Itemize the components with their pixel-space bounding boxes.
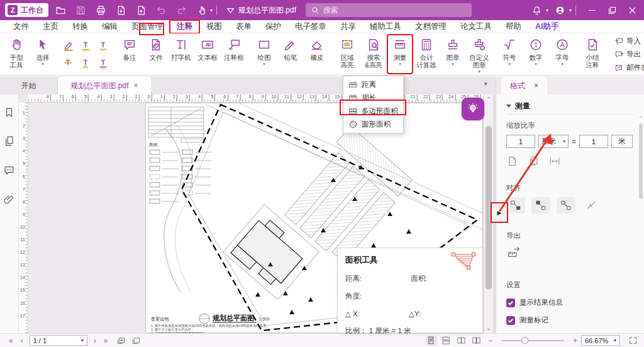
menu-item-8[interactable]: 保护 <box>258 20 288 33</box>
new-document-icon[interactable] <box>133 2 149 18</box>
workspace-button[interactable]: Z 工作台 <box>5 3 48 17</box>
menu-item-11[interactable]: 辅助工具 <box>363 20 408 33</box>
notifications-icon[interactable] <box>529 2 545 18</box>
menu-item-9[interactable]: 电子签章 <box>288 20 333 33</box>
panel-expand-button[interactable]: ▶ <box>491 203 508 222</box>
book-view-icon[interactable] <box>471 336 482 346</box>
comments-panel-icon[interactable] <box>3 164 16 176</box>
menu-item-13[interactable]: 论文工具 <box>453 20 499 33</box>
width-measure-icon[interactable] <box>549 156 560 167</box>
minimize-button[interactable] <box>584 2 600 18</box>
scroll-up-icon[interactable]: ⌃ <box>484 96 494 102</box>
search-box[interactable] <box>306 3 472 17</box>
restore-button[interactable] <box>604 2 620 18</box>
ribbon-tool-highlight-text[interactable] <box>60 37 77 54</box>
ribbon-tool-summary[interactable]: 小结 注释 <box>580 35 605 74</box>
snap-path-button[interactable] <box>557 197 575 213</box>
ribbon-tool-areahl[interactable]: 区域 高亮 <box>335 35 360 74</box>
tab-list-caret-icon[interactable]: ▾ <box>484 81 487 87</box>
format-tab-close-icon[interactable]: × <box>534 81 538 90</box>
zoom-in-icon[interactable]: + <box>569 336 581 345</box>
ribbon-tool-draw[interactable]: 绘图▾ <box>252 35 277 74</box>
account-caret-icon[interactable]: ▾ <box>569 8 572 13</box>
menu-item-1[interactable]: 主页 <box>36 20 65 33</box>
zoom-slider-knob[interactable] <box>521 337 528 344</box>
ribbon-tool-hand[interactable]: 手型 工具 <box>4 35 29 74</box>
new-window-icon[interactable] <box>115 336 126 346</box>
ribbon-tool-export[interactable]: 导出▾ <box>611 48 644 60</box>
menu-item-12[interactable]: 文档管理 <box>408 20 453 33</box>
panel-scrollbar[interactable]: ⌃ ⌄ <box>638 116 643 347</box>
menu-item-14[interactable]: 帮助 <box>499 20 528 33</box>
checkbox-checked-icon[interactable] <box>506 316 515 325</box>
snap-intersection-button[interactable] <box>582 197 601 213</box>
page-number-box[interactable]: 1 / 1 ▾ <box>30 335 87 346</box>
zoom-slider[interactable] <box>501 340 564 341</box>
scale-to-value-input[interactable] <box>579 135 608 148</box>
two-page-view-icon[interactable] <box>456 336 467 346</box>
save-icon[interactable] <box>72 2 89 18</box>
open-file-icon[interactable] <box>52 2 69 18</box>
account-avatar[interactable] <box>552 2 569 18</box>
doc-menu-icon[interactable] <box>225 2 236 18</box>
ribbon-tool-fileattach[interactable]: 文件 <box>143 35 169 74</box>
menu-item-0[interactable]: 文件 <box>6 20 36 33</box>
touch-mode-icon[interactable] <box>193 2 209 18</box>
menu-item-7[interactable]: 表单 <box>229 20 258 33</box>
export-measurements-button[interactable] <box>506 246 521 259</box>
ribbon-tool-underline-text[interactable]: T <box>78 37 94 54</box>
search-input[interactable] <box>323 6 449 14</box>
ribbon-tool-textbox[interactable]: A文本框 <box>195 35 220 74</box>
ribbon-tool-calc[interactable]: 会计 计算器 <box>414 35 439 74</box>
close-button[interactable] <box>624 2 640 18</box>
undo-icon[interactable] <box>153 2 169 18</box>
scroll-down-icon[interactable]: ⌄ <box>484 326 494 331</box>
ribbon-tool-replace-text[interactable]: T <box>96 55 112 71</box>
scale-to-unit-box[interactable]: 米 <box>611 135 633 148</box>
ribbon-tool-measure[interactable]: 测量▾ <box>387 35 413 74</box>
ribbon-tool-searchhl[interactable]: 搜索 &高亮 <box>361 35 386 74</box>
ribbon-collapse-icon[interactable]: ⌃ <box>635 65 640 72</box>
zoom-out-icon[interactable]: − <box>484 336 496 345</box>
measure-menu-item-0[interactable]: 距离 <box>343 78 403 91</box>
tab-close-icon[interactable]: × <box>134 81 138 90</box>
snap-endpoint-button[interactable] <box>506 197 525 213</box>
fullscreen-icon[interactable] <box>627 336 638 346</box>
scale-from-value-input[interactable] <box>506 135 535 148</box>
tab-format[interactable]: 格式 × <box>501 77 547 94</box>
ribbon-tool-squiggly-text[interactable]: T <box>96 37 112 54</box>
scale-from-unit-select[interactable]: 厘米 ▾ <box>538 135 569 148</box>
continuous-view-icon[interactable] <box>441 336 452 346</box>
bookmarks-panel-icon[interactable] <box>3 106 16 118</box>
ribbon-tool-select[interactable]: 选择▾ <box>30 35 55 74</box>
ribbon-tool-number[interactable]: 1数字▾ <box>523 35 548 74</box>
menu-item-10[interactable]: 共享 <box>333 20 363 33</box>
single-page-view-icon[interactable] <box>426 336 437 346</box>
measure-section-header[interactable]: 测量 <box>506 101 644 111</box>
new-measure-style-icon[interactable] <box>506 156 518 167</box>
redo-icon[interactable] <box>173 2 189 18</box>
page-thumbnails-icon[interactable] <box>3 135 16 147</box>
ribbon-tool-callout[interactable]: 注释框 <box>221 35 247 74</box>
ribbon-tool-stamp[interactable]: 图章▾ <box>440 35 465 74</box>
ribbon-tool-symbol[interactable]: 符号▾ <box>497 35 522 74</box>
ribbon-tool-letter[interactable]: A字母▾ <box>550 35 575 74</box>
tab-start[interactable]: 开始 <box>0 77 58 94</box>
menu-item-3[interactable]: 编辑 <box>95 20 125 33</box>
attachments-panel-icon[interactable] <box>3 193 16 205</box>
checkbox-checked-icon[interactable] <box>506 299 515 307</box>
ribbon-tool-strikeout-text[interactable]: T <box>60 55 77 71</box>
ribbon-tool-import[interactable]: 导入 <box>611 35 644 47</box>
prev-page-icon[interactable]: ‹ <box>17 336 27 345</box>
tab-document[interactable]: 规划总平面图.pdf × <box>58 77 151 94</box>
first-page-icon[interactable]: « <box>5 336 17 345</box>
last-page-icon[interactable]: » <box>100 336 112 345</box>
menu-item-6[interactable]: 视图 <box>199 20 229 33</box>
ribbon-tool-customstamp[interactable]: 自定义 图章▾ <box>467 35 492 74</box>
next-page-icon[interactable]: › <box>90 336 100 345</box>
ribbon-tool-insert-text[interactable]: T <box>78 55 94 71</box>
duplicate-style-icon[interactable] <box>528 156 539 167</box>
panel-scrollbar-thumb[interactable] <box>639 123 643 199</box>
touch-mode-caret-icon[interactable]: ▾ <box>210 8 213 13</box>
menu-item-15[interactable]: AI助手 <box>528 20 566 33</box>
